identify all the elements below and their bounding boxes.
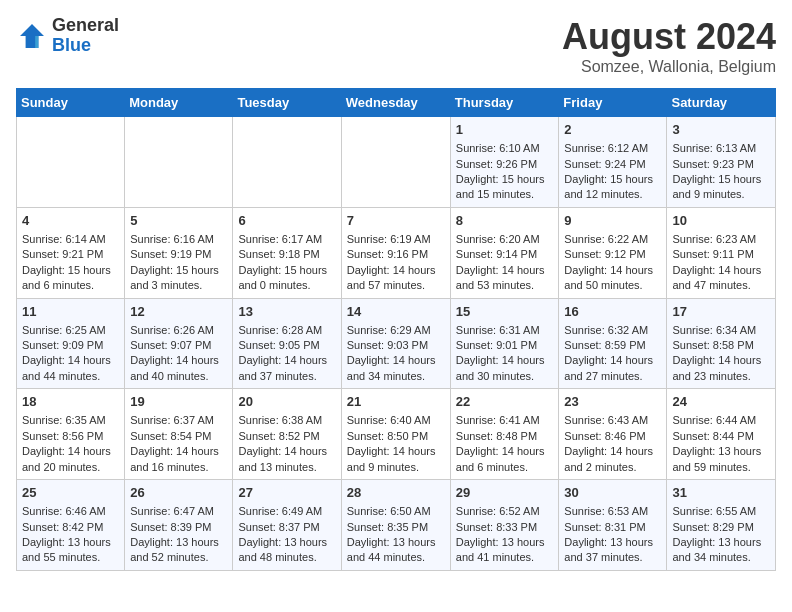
- day-number: 31: [672, 484, 770, 502]
- cell-content-line: and 37 minutes.: [564, 550, 661, 565]
- calendar-cell: 5Sunrise: 6:16 AMSunset: 9:19 PMDaylight…: [125, 207, 233, 298]
- cell-content-line: Sunset: 9:19 PM: [130, 247, 227, 262]
- cell-content-line: Sunrise: 6:32 AM: [564, 323, 661, 338]
- cell-content-line: Sunrise: 6:26 AM: [130, 323, 227, 338]
- cell-content-line: Sunrise: 6:40 AM: [347, 413, 445, 428]
- cell-content-line: Sunset: 8:54 PM: [130, 429, 227, 444]
- cell-content-line: Sunset: 9:16 PM: [347, 247, 445, 262]
- calendar-week-row: 25Sunrise: 6:46 AMSunset: 8:42 PMDayligh…: [17, 480, 776, 571]
- cell-content-line: and 16 minutes.: [130, 460, 227, 475]
- cell-content-line: Sunrise: 6:28 AM: [238, 323, 335, 338]
- cell-content-line: Sunset: 8:35 PM: [347, 520, 445, 535]
- cell-content-line: Sunset: 8:59 PM: [564, 338, 661, 353]
- cell-content-line: Sunrise: 6:43 AM: [564, 413, 661, 428]
- cell-content-line: and 37 minutes.: [238, 369, 335, 384]
- day-number: 23: [564, 393, 661, 411]
- cell-content-line: Sunrise: 6:12 AM: [564, 141, 661, 156]
- cell-content-line: Sunset: 8:46 PM: [564, 429, 661, 444]
- calendar-cell: 22Sunrise: 6:41 AMSunset: 8:48 PMDayligh…: [450, 389, 559, 480]
- calendar-cell: 15Sunrise: 6:31 AMSunset: 9:01 PMDayligh…: [450, 298, 559, 389]
- day-number: 26: [130, 484, 227, 502]
- calendar-cell: 11Sunrise: 6:25 AMSunset: 9:09 PMDayligh…: [17, 298, 125, 389]
- day-number: 16: [564, 303, 661, 321]
- calendar-cell: 1Sunrise: 6:10 AMSunset: 9:26 PMDaylight…: [450, 117, 559, 208]
- cell-content-line: Sunset: 9:07 PM: [130, 338, 227, 353]
- day-number: 9: [564, 212, 661, 230]
- cell-content-line: and 44 minutes.: [22, 369, 119, 384]
- title-section: August 2024 Somzee, Wallonia, Belgium: [562, 16, 776, 76]
- weekday-header-tuesday: Tuesday: [233, 89, 341, 117]
- cell-content-line: Sunset: 9:03 PM: [347, 338, 445, 353]
- cell-content-line: Daylight: 13 hours: [130, 535, 227, 550]
- cell-content-line: Sunset: 9:05 PM: [238, 338, 335, 353]
- cell-content-line: Daylight: 14 hours: [564, 353, 661, 368]
- calendar-title: August 2024: [562, 16, 776, 58]
- calendar-week-row: 11Sunrise: 6:25 AMSunset: 9:09 PMDayligh…: [17, 298, 776, 389]
- cell-content-line: Sunrise: 6:20 AM: [456, 232, 554, 247]
- calendar-cell: 30Sunrise: 6:53 AMSunset: 8:31 PMDayligh…: [559, 480, 667, 571]
- cell-content-line: Sunrise: 6:41 AM: [456, 413, 554, 428]
- cell-content-line: and 59 minutes.: [672, 460, 770, 475]
- cell-content-line: Sunset: 8:44 PM: [672, 429, 770, 444]
- day-number: 20: [238, 393, 335, 411]
- calendar-cell: 8Sunrise: 6:20 AMSunset: 9:14 PMDaylight…: [450, 207, 559, 298]
- cell-content-line: Daylight: 13 hours: [564, 535, 661, 550]
- cell-content-line: Daylight: 15 hours: [22, 263, 119, 278]
- cell-content-line: Daylight: 14 hours: [130, 444, 227, 459]
- weekday-header-row: SundayMondayTuesdayWednesdayThursdayFrid…: [17, 89, 776, 117]
- cell-content-line: Daylight: 14 hours: [347, 263, 445, 278]
- day-number: 28: [347, 484, 445, 502]
- cell-content-line: Daylight: 13 hours: [672, 535, 770, 550]
- calendar-cell: 12Sunrise: 6:26 AMSunset: 9:07 PMDayligh…: [125, 298, 233, 389]
- day-number: 10: [672, 212, 770, 230]
- cell-content-line: and 53 minutes.: [456, 278, 554, 293]
- cell-content-line: Daylight: 13 hours: [22, 535, 119, 550]
- cell-content-line: Sunrise: 6:22 AM: [564, 232, 661, 247]
- cell-content-line: Daylight: 14 hours: [238, 444, 335, 459]
- calendar-cell: 21Sunrise: 6:40 AMSunset: 8:50 PMDayligh…: [341, 389, 450, 480]
- calendar-subtitle: Somzee, Wallonia, Belgium: [562, 58, 776, 76]
- cell-content-line: and 48 minutes.: [238, 550, 335, 565]
- cell-content-line: and 9 minutes.: [672, 187, 770, 202]
- weekday-header-thursday: Thursday: [450, 89, 559, 117]
- calendar-cell: 24Sunrise: 6:44 AMSunset: 8:44 PMDayligh…: [667, 389, 776, 480]
- cell-content-line: Sunrise: 6:50 AM: [347, 504, 445, 519]
- cell-content-line: Daylight: 14 hours: [564, 263, 661, 278]
- cell-content-line: and 15 minutes.: [456, 187, 554, 202]
- day-number: 7: [347, 212, 445, 230]
- cell-content-line: Daylight: 13 hours: [238, 535, 335, 550]
- cell-content-line: Daylight: 14 hours: [347, 353, 445, 368]
- cell-content-line: and 50 minutes.: [564, 278, 661, 293]
- day-number: 19: [130, 393, 227, 411]
- day-number: 2: [564, 121, 661, 139]
- logo: General Blue: [16, 16, 119, 56]
- calendar-cell: 17Sunrise: 6:34 AMSunset: 8:58 PMDayligh…: [667, 298, 776, 389]
- cell-content-line: Sunset: 9:24 PM: [564, 157, 661, 172]
- weekday-header-sunday: Sunday: [17, 89, 125, 117]
- cell-content-line: Sunset: 9:09 PM: [22, 338, 119, 353]
- day-number: 22: [456, 393, 554, 411]
- calendar-cell: 3Sunrise: 6:13 AMSunset: 9:23 PMDaylight…: [667, 117, 776, 208]
- cell-content-line: Sunrise: 6:19 AM: [347, 232, 445, 247]
- day-number: 3: [672, 121, 770, 139]
- cell-content-line: and 41 minutes.: [456, 550, 554, 565]
- cell-content-line: Daylight: 14 hours: [564, 444, 661, 459]
- weekday-header-friday: Friday: [559, 89, 667, 117]
- cell-content-line: Daylight: 14 hours: [22, 353, 119, 368]
- cell-content-line: Daylight: 13 hours: [456, 535, 554, 550]
- calendar-cell: [125, 117, 233, 208]
- cell-content-line: Sunset: 9:18 PM: [238, 247, 335, 262]
- calendar-cell: 6Sunrise: 6:17 AMSunset: 9:18 PMDaylight…: [233, 207, 341, 298]
- cell-content-line: Daylight: 15 hours: [456, 172, 554, 187]
- cell-content-line: Daylight: 15 hours: [238, 263, 335, 278]
- cell-content-line: Sunrise: 6:37 AM: [130, 413, 227, 428]
- calendar-cell: 9Sunrise: 6:22 AMSunset: 9:12 PMDaylight…: [559, 207, 667, 298]
- cell-content-line: Daylight: 14 hours: [22, 444, 119, 459]
- cell-content-line: Sunset: 9:11 PM: [672, 247, 770, 262]
- cell-content-line: Daylight: 15 hours: [130, 263, 227, 278]
- cell-content-line: Sunrise: 6:34 AM: [672, 323, 770, 338]
- cell-content-line: Sunrise: 6:53 AM: [564, 504, 661, 519]
- cell-content-line: Sunrise: 6:23 AM: [672, 232, 770, 247]
- cell-content-line: Sunset: 8:58 PM: [672, 338, 770, 353]
- calendar-cell: 13Sunrise: 6:28 AMSunset: 9:05 PMDayligh…: [233, 298, 341, 389]
